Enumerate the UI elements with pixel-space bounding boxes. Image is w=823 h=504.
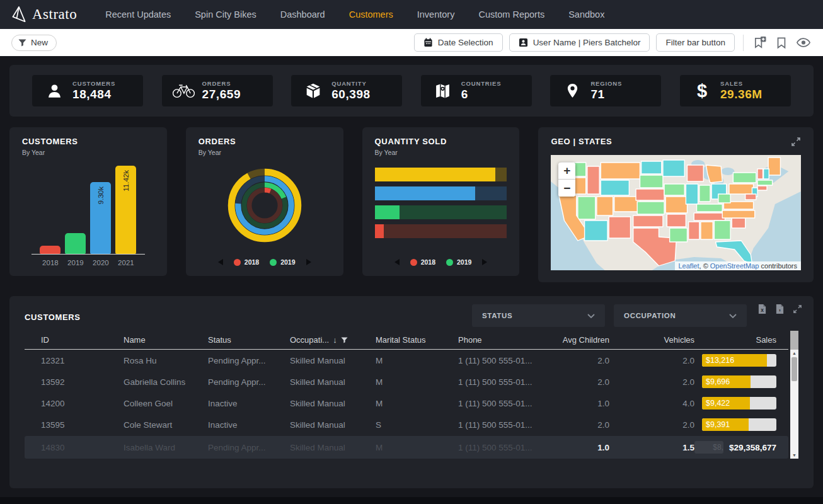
column-header-marital-status[interactable]: Marital Status <box>376 335 458 345</box>
sales-value: $9,391 <box>706 420 730 429</box>
export-excel-button[interactable]: x <box>756 302 768 316</box>
nav-item-recent-updates[interactable]: Recent Updates <box>93 0 183 29</box>
filter-toolbar: New Date SelectionUser Name | Piers Batc… <box>0 29 823 56</box>
user-name-piers-batchelor-button[interactable]: User Name | Piers Batchelor <box>509 33 650 52</box>
nav-item-customers[interactable]: Customers <box>337 0 405 29</box>
export-csv-icon: , <box>775 304 785 314</box>
filter-select-occupation[interactable]: OCCUPATION <box>614 304 747 327</box>
cell-sales: $9,696 <box>694 375 776 388</box>
kpi-label: CUSTOMERS <box>72 80 115 87</box>
filter-select-status[interactable]: STATUS <box>472 304 605 327</box>
hbar-2020[interactable] <box>375 186 507 200</box>
kpi-value: 71 <box>590 88 622 101</box>
nav-item-custom-reports[interactable]: Custom Reports <box>466 0 556 29</box>
nav-item-spin-city-bikes[interactable]: Spin City Bikes <box>183 0 268 29</box>
bar-2018[interactable] <box>40 246 60 254</box>
scroll-thumb[interactable] <box>791 357 797 381</box>
hbar-2018[interactable] <box>375 224 507 238</box>
date-selection-button[interactable]: Date Selection <box>414 33 503 52</box>
expand-button[interactable] <box>791 303 803 315</box>
bar-2020[interactable]: 9.30k <box>90 182 111 254</box>
kpi-card-sales: $SALES29.36M <box>680 75 791 106</box>
chevron-down-icon <box>729 314 737 318</box>
column-header-sales[interactable]: Sales <box>694 335 776 345</box>
nav-item-inventory[interactable]: Inventory <box>405 0 467 29</box>
filter-bar-button-button[interactable]: Filter bar button <box>656 33 735 52</box>
osm-link[interactable]: OpenStreetMap <box>710 262 759 270</box>
bar-2019[interactable] <box>65 233 86 254</box>
pin-icon <box>560 83 584 99</box>
map-zoom-control: + − <box>558 163 575 197</box>
table-row[interactable]: 12321Rosa HuPending Appr...Skilled Manua… <box>25 350 788 371</box>
cell-vehicles: 2.0 <box>609 377 694 387</box>
chart-title: QUANTITY SOLD <box>375 137 507 146</box>
column-label: Avg Children <box>563 335 609 345</box>
scroll-down-icon[interactable]: ▼ <box>790 453 798 457</box>
sales-value: $13,216 <box>706 356 734 365</box>
legend-prev-icon[interactable] <box>394 259 400 265</box>
legend-next-icon[interactable] <box>306 259 311 265</box>
bookmark-button[interactable] <box>774 35 789 50</box>
scroll-up-icon[interactable]: ▲ <box>790 351 798 355</box>
legend-item-2018[interactable]: 2018 <box>234 258 259 266</box>
table-scrollbar[interactable]: ▲ ▼ <box>790 331 798 459</box>
table-body: 12321Rosa HuPending Appr...Skilled Manua… <box>25 350 788 435</box>
column-label: Phone <box>458 335 482 345</box>
dollar-icon: $ <box>697 82 707 100</box>
leaflet-link[interactable]: Leaflet <box>679 262 699 270</box>
legend-prev-icon[interactable] <box>218 259 223 265</box>
funnel-small-icon[interactable] <box>341 337 348 343</box>
cell-phone: 1 (11) 500 555-01... <box>458 377 559 387</box>
table-row[interactable]: 13592Gabriella CollinsPending Appr...Ski… <box>25 371 788 392</box>
donut-ring-2021[interactable] <box>231 172 298 239</box>
sales-bar: $13,216 <box>702 354 776 367</box>
export-csv-button[interactable]: , <box>774 302 786 316</box>
column-header-avg-children[interactable]: Avg Children <box>559 335 609 345</box>
new-filter-button[interactable]: New <box>11 35 57 51</box>
table-row[interactable]: 13595Cole StewartInactiveSkilled ManualS… <box>25 414 788 435</box>
table-totals-row: 14830Isabella WardPending Appr...Skilled… <box>25 436 788 459</box>
kpi-card-countries: COUNTRIES6 <box>421 75 532 106</box>
eye-button[interactable] <box>795 37 812 49</box>
orders-donut-chart[interactable] <box>199 158 331 253</box>
hbar-2021[interactable] <box>375 168 507 181</box>
hbar-fill <box>375 168 495 181</box>
expand-icon[interactable] <box>791 137 801 149</box>
column-header-name[interactable]: Name <box>124 335 208 345</box>
hbar-2019[interactable] <box>375 205 507 219</box>
sort-down-icon[interactable]: ↓ <box>333 335 337 345</box>
nav-item-dashboard[interactable]: Dashboard <box>268 0 337 29</box>
column-header-occupati[interactable]: Occupati...↓ <box>290 335 376 345</box>
ghost-cell-marital: M <box>376 443 458 452</box>
column-header-vehicles[interactable]: Vehicles <box>609 335 694 345</box>
cell-occupation: Skilled Manual <box>290 420 376 430</box>
cell-name: Rosa Hu <box>124 356 208 365</box>
legend-item-2019[interactable]: 2019 <box>270 258 295 266</box>
nav-item-sandbox[interactable]: Sandbox <box>556 0 616 29</box>
cell-marital: S <box>376 420 458 430</box>
hidden-sales-bar: $8, <box>694 441 723 454</box>
column-header-id[interactable]: ID <box>41 335 124 345</box>
us-states-map[interactable]: + − Leaflet, © OpenStreetMap contributor… <box>551 155 801 270</box>
column-label: Occupati... <box>290 335 329 345</box>
column-header-phone[interactable]: Phone <box>458 335 559 345</box>
kpi-card-customers: CUSTOMERS18,484 <box>32 75 143 106</box>
sales-bar: $9,696 <box>702 375 776 388</box>
legend-item-2019[interactable]: 2019 <box>446 258 471 266</box>
ghost-cell-occupation: Skilled Manual <box>290 443 376 452</box>
legend-item-2018[interactable]: 2018 <box>410 258 435 266</box>
zoom-in-button[interactable]: + <box>558 163 575 180</box>
bar-2021[interactable]: 11.42k <box>115 166 136 254</box>
kpi-card-orders: ORDERS27,659 <box>162 75 273 106</box>
column-header-status[interactable]: Status <box>208 335 290 345</box>
ghost-cell-id: 14830 <box>41 443 124 452</box>
table-tool-icons: x, <box>756 302 803 316</box>
bookmark-add-button[interactable] <box>752 35 768 50</box>
legend-next-icon[interactable] <box>482 259 487 265</box>
table-row[interactable]: 14200Colleen GoelInactiveSkilled ManualM… <box>25 392 788 414</box>
button-label: Filter bar button <box>665 38 725 47</box>
new-filter-label: New <box>31 38 48 47</box>
legend-label: 2019 <box>457 258 471 266</box>
brand[interactable]: Astrato <box>11 6 77 23</box>
zoom-out-button[interactable]: − <box>558 180 575 197</box>
